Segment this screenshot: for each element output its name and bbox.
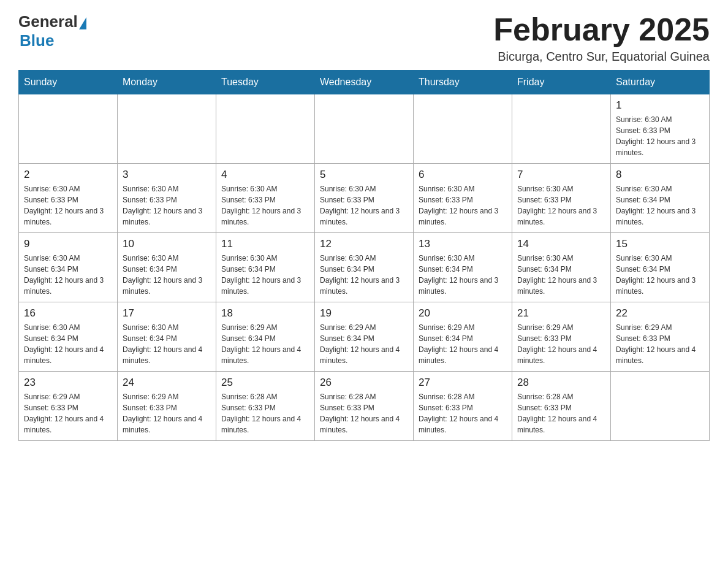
day-number: 2 xyxy=(24,169,112,181)
day-number: 21 xyxy=(517,307,605,320)
calendar-cell: 25Sunrise: 6:28 AMSunset: 6:33 PMDayligh… xyxy=(216,372,315,441)
day-number: 4 xyxy=(221,169,309,181)
day-info: Sunrise: 6:30 AMSunset: 6:34 PMDaylight:… xyxy=(517,253,605,297)
day-info: Sunrise: 6:29 AMSunset: 6:33 PMDaylight:… xyxy=(123,391,211,435)
day-info: Sunrise: 6:30 AMSunset: 6:33 PMDaylight:… xyxy=(419,183,507,228)
calendar-week-row: 1Sunrise: 6:30 AMSunset: 6:33 PMDaylight… xyxy=(19,94,710,164)
calendar-cell: 12Sunrise: 6:30 AMSunset: 6:34 PMDayligh… xyxy=(315,233,414,302)
day-number: 6 xyxy=(419,169,507,181)
calendar-cell: 22Sunrise: 6:29 AMSunset: 6:33 PMDayligh… xyxy=(611,302,710,372)
calendar-cell: 16Sunrise: 6:30 AMSunset: 6:34 PMDayligh… xyxy=(19,302,118,372)
calendar-cell: 8Sunrise: 6:30 AMSunset: 6:34 PMDaylight… xyxy=(611,164,710,233)
day-info: Sunrise: 6:30 AMSunset: 6:33 PMDaylight:… xyxy=(517,183,605,228)
weekday-header-monday: Monday xyxy=(118,71,216,94)
day-number: 22 xyxy=(616,307,704,320)
day-info: Sunrise: 6:30 AMSunset: 6:33 PMDaylight:… xyxy=(123,183,211,228)
logo: General Blue xyxy=(18,12,86,50)
logo-general-text: General xyxy=(18,12,78,31)
calendar-cell xyxy=(315,94,414,164)
calendar-cell xyxy=(19,94,118,164)
day-number: 24 xyxy=(123,377,211,389)
day-number: 23 xyxy=(24,377,112,389)
day-number: 9 xyxy=(24,238,112,250)
day-info: Sunrise: 6:30 AMSunset: 6:34 PMDaylight:… xyxy=(24,322,112,366)
calendar-cell: 23Sunrise: 6:29 AMSunset: 6:33 PMDayligh… xyxy=(19,372,118,441)
weekday-header-thursday: Thursday xyxy=(414,71,512,94)
day-number: 17 xyxy=(123,307,211,320)
day-number: 3 xyxy=(123,169,211,181)
day-info: Sunrise: 6:28 AMSunset: 6:33 PMDaylight:… xyxy=(221,391,309,435)
calendar-cell: 21Sunrise: 6:29 AMSunset: 6:33 PMDayligh… xyxy=(512,302,611,372)
calendar-cell: 28Sunrise: 6:28 AMSunset: 6:33 PMDayligh… xyxy=(512,372,611,441)
day-number: 15 xyxy=(616,238,704,250)
day-number: 26 xyxy=(320,377,408,389)
day-number: 1 xyxy=(616,99,704,112)
calendar-week-row: 2Sunrise: 6:30 AMSunset: 6:33 PMDaylight… xyxy=(19,164,710,233)
calendar-week-row: 9Sunrise: 6:30 AMSunset: 6:34 PMDaylight… xyxy=(19,233,710,302)
calendar-cell: 10Sunrise: 6:30 AMSunset: 6:34 PMDayligh… xyxy=(118,233,216,302)
day-info: Sunrise: 6:30 AMSunset: 6:33 PMDaylight:… xyxy=(320,183,408,228)
day-number: 10 xyxy=(123,238,211,250)
logo-blue-text: Blue xyxy=(20,31,54,50)
calendar-cell xyxy=(118,94,216,164)
calendar-cell: 6Sunrise: 6:30 AMSunset: 6:33 PMDaylight… xyxy=(414,164,512,233)
calendar-cell: 27Sunrise: 6:28 AMSunset: 6:33 PMDayligh… xyxy=(414,372,512,441)
day-info: Sunrise: 6:28 AMSunset: 6:33 PMDaylight:… xyxy=(419,391,507,435)
day-info: Sunrise: 6:30 AMSunset: 6:34 PMDaylight:… xyxy=(419,253,507,297)
month-title: February 2025 xyxy=(493,12,710,47)
day-info: Sunrise: 6:29 AMSunset: 6:33 PMDaylight:… xyxy=(517,322,605,366)
day-info: Sunrise: 6:30 AMSunset: 6:34 PMDaylight:… xyxy=(221,253,309,297)
day-info: Sunrise: 6:30 AMSunset: 6:34 PMDaylight:… xyxy=(616,183,704,228)
day-number: 25 xyxy=(221,377,309,389)
calendar-week-row: 16Sunrise: 6:30 AMSunset: 6:34 PMDayligh… xyxy=(19,302,710,372)
calendar-cell: 14Sunrise: 6:30 AMSunset: 6:34 PMDayligh… xyxy=(512,233,611,302)
day-number: 19 xyxy=(320,307,408,320)
calendar-cell xyxy=(216,94,315,164)
day-info: Sunrise: 6:29 AMSunset: 6:34 PMDaylight:… xyxy=(419,322,507,366)
day-number: 18 xyxy=(221,307,309,320)
day-info: Sunrise: 6:30 AMSunset: 6:34 PMDaylight:… xyxy=(123,253,211,297)
day-number: 27 xyxy=(419,377,507,389)
day-info: Sunrise: 6:30 AMSunset: 6:34 PMDaylight:… xyxy=(320,253,408,297)
day-info: Sunrise: 6:30 AMSunset: 6:33 PMDaylight:… xyxy=(24,183,112,228)
day-info: Sunrise: 6:30 AMSunset: 6:34 PMDaylight:… xyxy=(24,253,112,297)
weekday-header-tuesday: Tuesday xyxy=(216,71,315,94)
calendar-cell: 3Sunrise: 6:30 AMSunset: 6:33 PMDaylight… xyxy=(118,164,216,233)
calendar-cell: 13Sunrise: 6:30 AMSunset: 6:34 PMDayligh… xyxy=(414,233,512,302)
day-number: 8 xyxy=(616,169,704,181)
day-number: 13 xyxy=(419,238,507,250)
location-text: Bicurga, Centro Sur, Equatorial Guinea xyxy=(493,50,710,64)
calendar-cell: 2Sunrise: 6:30 AMSunset: 6:33 PMDaylight… xyxy=(19,164,118,233)
day-info: Sunrise: 6:29 AMSunset: 6:33 PMDaylight:… xyxy=(24,391,112,435)
page-header: General Blue February 2025 Bicurga, Cent… xyxy=(18,12,710,64)
day-number: 12 xyxy=(320,238,408,250)
day-info: Sunrise: 6:30 AMSunset: 6:33 PMDaylight:… xyxy=(221,183,309,228)
weekday-header-row: SundayMondayTuesdayWednesdayThursdayFrid… xyxy=(19,71,710,94)
calendar-cell xyxy=(414,94,512,164)
weekday-header-friday: Friday xyxy=(512,71,611,94)
calendar-cell: 5Sunrise: 6:30 AMSunset: 6:33 PMDaylight… xyxy=(315,164,414,233)
weekday-header-sunday: Sunday xyxy=(19,71,118,94)
calendar-table: SundayMondayTuesdayWednesdayThursdayFrid… xyxy=(18,70,710,441)
title-area: February 2025 Bicurga, Centro Sur, Equat… xyxy=(493,12,710,64)
calendar-cell: 20Sunrise: 6:29 AMSunset: 6:34 PMDayligh… xyxy=(414,302,512,372)
day-number: 11 xyxy=(221,238,309,250)
calendar-cell: 19Sunrise: 6:29 AMSunset: 6:34 PMDayligh… xyxy=(315,302,414,372)
calendar-week-row: 23Sunrise: 6:29 AMSunset: 6:33 PMDayligh… xyxy=(19,372,710,441)
calendar-cell: 17Sunrise: 6:30 AMSunset: 6:34 PMDayligh… xyxy=(118,302,216,372)
day-number: 7 xyxy=(517,169,605,181)
calendar-cell xyxy=(611,372,710,441)
logo-triangle-icon xyxy=(79,17,86,29)
day-number: 5 xyxy=(320,169,408,181)
calendar-cell: 15Sunrise: 6:30 AMSunset: 6:34 PMDayligh… xyxy=(611,233,710,302)
day-info: Sunrise: 6:30 AMSunset: 6:34 PMDaylight:… xyxy=(123,322,211,366)
calendar-cell: 9Sunrise: 6:30 AMSunset: 6:34 PMDaylight… xyxy=(19,233,118,302)
day-info: Sunrise: 6:28 AMSunset: 6:33 PMDaylight:… xyxy=(517,391,605,435)
calendar-cell: 1Sunrise: 6:30 AMSunset: 6:33 PMDaylight… xyxy=(611,94,710,164)
day-info: Sunrise: 6:29 AMSunset: 6:33 PMDaylight:… xyxy=(616,322,704,366)
day-number: 20 xyxy=(419,307,507,320)
day-info: Sunrise: 6:30 AMSunset: 6:34 PMDaylight:… xyxy=(616,253,704,297)
day-info: Sunrise: 6:28 AMSunset: 6:33 PMDaylight:… xyxy=(320,391,408,435)
day-info: Sunrise: 6:29 AMSunset: 6:34 PMDaylight:… xyxy=(221,322,309,366)
calendar-cell: 7Sunrise: 6:30 AMSunset: 6:33 PMDaylight… xyxy=(512,164,611,233)
